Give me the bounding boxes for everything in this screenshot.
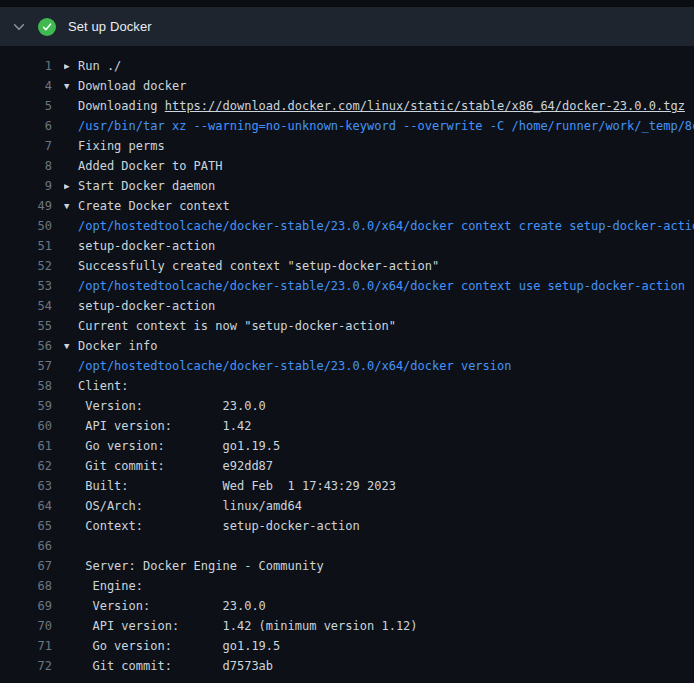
log-text: Server: Docker Engine - Community: [64, 556, 694, 576]
log-line: 54setup-docker-action: [0, 296, 694, 316]
log-line-number[interactable]: 49: [0, 196, 52, 216]
log-line-number[interactable]: 8: [0, 156, 52, 176]
log-line: 7Fixing perms: [0, 136, 694, 156]
log-line-number[interactable]: 1: [0, 56, 52, 76]
log-line: 65 Context: setup-docker-action: [0, 516, 694, 536]
log-line-number[interactable]: 62: [0, 456, 52, 476]
log-line: 70 API version: 1.42 (minimum version 1.…: [0, 616, 694, 636]
log-line: 4▼Download docker: [0, 76, 694, 96]
log-text: Version: 23.0.0: [64, 396, 694, 416]
log-line: 60 API version: 1.42: [0, 416, 694, 436]
log-line: 52Successfully created context "setup-do…: [0, 256, 694, 276]
log-line: 8Added Docker to PATH: [0, 156, 694, 176]
log-line: 62 Git commit: e92dd87: [0, 456, 694, 476]
log-line: 57/opt/hostedtoolcache/docker-stable/23.…: [0, 356, 694, 376]
log-line-number[interactable]: 63: [0, 476, 52, 496]
log-line-number[interactable]: 4: [0, 76, 52, 96]
log-link[interactable]: https://download.docker.com/linux/static…: [165, 99, 685, 113]
log-text: Engine:: [64, 576, 694, 596]
log-line-number[interactable]: 58: [0, 376, 52, 396]
log-group-line: ▶Run ./: [64, 56, 694, 76]
log-text: API version: 1.42: [64, 416, 694, 436]
log-line-number[interactable]: 64: [0, 496, 52, 516]
log-text: Client:: [64, 376, 694, 396]
step-title: Set up Docker: [68, 19, 152, 34]
log-text: Go version: go1.19.5: [64, 636, 694, 656]
log-line: 53/opt/hostedtoolcache/docker-stable/23.…: [0, 276, 694, 296]
log-text: Version: 23.0.0: [64, 596, 694, 616]
log-line: 59 Version: 23.0.0: [0, 396, 694, 416]
log-line: 66: [0, 536, 694, 556]
log-line: 64 OS/Arch: linux/amd64: [0, 496, 694, 516]
log-text: Fixing perms: [64, 136, 694, 156]
group-collapse-icon[interactable]: ▼: [64, 196, 78, 216]
log-line-number[interactable]: 7: [0, 136, 52, 156]
chevron-down-icon[interactable]: [12, 20, 26, 34]
log-line-number[interactable]: 72: [0, 656, 52, 676]
log-line-number[interactable]: 53: [0, 276, 52, 296]
log-lines: 1▶Run ./4▼Download docker5Downloading ht…: [0, 46, 694, 676]
log-line-number[interactable]: 71: [0, 636, 52, 656]
log-line-number[interactable]: 61: [0, 436, 52, 456]
log-line: 49▼Create Docker context: [0, 196, 694, 216]
group-expand-icon[interactable]: ▶: [64, 176, 78, 196]
group-expand-icon[interactable]: ▶: [64, 56, 78, 76]
log-text: setup-docker-action: [64, 296, 694, 316]
log-line: 1▶Run ./: [0, 56, 694, 76]
log-line-number[interactable]: 65: [0, 516, 52, 536]
log-line-number[interactable]: 69: [0, 596, 52, 616]
log-line-number[interactable]: 54: [0, 296, 52, 316]
log-line-number[interactable]: 68: [0, 576, 52, 596]
log-line-number[interactable]: 57: [0, 356, 52, 376]
log-text: API version: 1.42 (minimum version 1.12): [64, 616, 694, 636]
log-text: [64, 536, 694, 556]
group-title[interactable]: Create Docker context: [78, 199, 230, 213]
log-group-line: ▼Create Docker context: [64, 196, 694, 216]
log-line: 5Downloading https://download.docker.com…: [0, 96, 694, 116]
log-text: Git commit: d7573ab: [64, 656, 694, 676]
log-line-number[interactable]: 50: [0, 216, 52, 236]
log-command: /opt/hostedtoolcache/docker-stable/23.0.…: [64, 276, 694, 296]
group-title[interactable]: Run ./: [78, 59, 121, 73]
log-line: 71 Go version: go1.19.5: [0, 636, 694, 656]
log-text: Go version: go1.19.5: [64, 436, 694, 456]
log-line: 51setup-docker-action: [0, 236, 694, 256]
log-text: Successfully created context "setup-dock…: [64, 256, 694, 276]
log-group-line: ▼Download docker: [64, 76, 694, 96]
log-line-number[interactable]: 56: [0, 336, 52, 356]
log-line: 56▼Docker info: [0, 336, 694, 356]
group-title[interactable]: Start Docker daemon: [78, 179, 215, 193]
log-command: /opt/hostedtoolcache/docker-stable/23.0.…: [64, 356, 694, 376]
log-line-number[interactable]: 60: [0, 416, 52, 436]
step-header[interactable]: Set up Docker: [0, 7, 694, 46]
log-line-number[interactable]: 9: [0, 176, 52, 196]
log-line-number[interactable]: 70: [0, 616, 52, 636]
log-line: 67 Server: Docker Engine - Community: [0, 556, 694, 576]
log-text: OS/Arch: linux/amd64: [64, 496, 694, 516]
log-text: Current context is now "setup-docker-act…: [64, 316, 694, 336]
log-text: Context: setup-docker-action: [64, 516, 694, 536]
log-line-number[interactable]: 6: [0, 116, 52, 136]
group-collapse-icon[interactable]: ▼: [64, 336, 78, 356]
group-title[interactable]: Docker info: [78, 339, 157, 353]
log-line-number[interactable]: 52: [0, 256, 52, 276]
log-line: 63 Built: Wed Feb 1 17:43:29 2023: [0, 476, 694, 496]
log-line-number[interactable]: 51: [0, 236, 52, 256]
log-text: Built: Wed Feb 1 17:43:29 2023: [64, 476, 694, 496]
group-title[interactable]: Download docker: [78, 79, 186, 93]
log-line: 6/usr/bin/tar xz --warning=no-unknown-ke…: [0, 116, 694, 136]
log-command: /opt/hostedtoolcache/docker-stable/23.0.…: [64, 216, 694, 236]
log-group-line: ▶Start Docker daemon: [64, 176, 694, 196]
log-line-number[interactable]: 55: [0, 316, 52, 336]
log-text: Git commit: e92dd87: [64, 456, 694, 476]
log-command: /usr/bin/tar xz --warning=no-unknown-key…: [64, 116, 694, 136]
log-line-number[interactable]: 67: [0, 556, 52, 576]
log-group-line: ▼Docker info: [64, 336, 694, 356]
log-line: 69 Version: 23.0.0: [0, 596, 694, 616]
log-text: Downloading https://download.docker.com/…: [64, 96, 694, 116]
log-line-number[interactable]: 66: [0, 536, 52, 556]
log-line-number[interactable]: 5: [0, 96, 52, 116]
log-line-number[interactable]: 59: [0, 396, 52, 416]
group-collapse-icon[interactable]: ▼: [64, 76, 78, 96]
log-line: 50/opt/hostedtoolcache/docker-stable/23.…: [0, 216, 694, 236]
